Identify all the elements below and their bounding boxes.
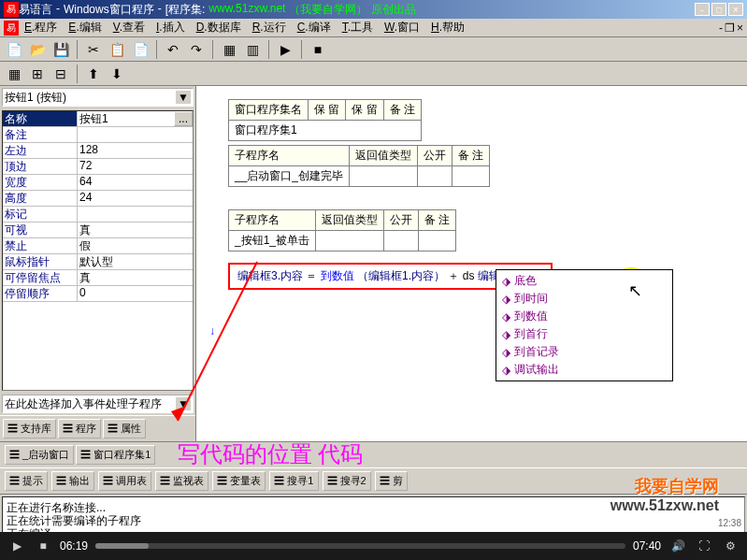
settings-icon[interactable]: ⚙ [721,537,740,555]
code-editor[interactable]: 窗口程序集名保 留保 留备 注 窗口程序集1 子程序名返回值类型公开备 注 __… [196,86,747,441]
menu-item[interactable]: E.编辑 [63,21,107,34]
annotation-text: 写代码的位置 代码 [178,439,363,469]
cut-icon[interactable]: ✂ [83,39,104,60]
annotation-arrow [164,252,276,439]
autocomplete-item[interactable]: ⬗ 到首记录 [498,343,670,361]
output-tab[interactable]: ☰ 调用表 [98,471,151,491]
svg-marker-1 [171,407,184,421]
property-row[interactable]: 宽度64 [3,175,193,191]
paste-icon[interactable]: 📄 [130,39,151,60]
menu-item[interactable]: W.窗口 [379,21,425,34]
menu-item[interactable]: D.数据库 [191,21,247,34]
column-header: 保 留 [346,100,383,121]
stop-button[interactable]: ■ [34,537,52,555]
toolbar-2: ▦ ⊞ ⊟ ⬆ ⬇ [0,62,747,86]
editor-tab[interactable]: ☰ 窗口程序集1 [76,445,155,465]
property-row[interactable]: 名称按钮1... [3,111,193,127]
table-row[interactable]: 窗口程序集1 [229,121,422,141]
save-icon[interactable]: 💾 [50,39,71,60]
copy-icon[interactable]: 📋 [107,39,127,60]
column-header: 子程序名 [229,210,316,231]
menu-item[interactable]: T.工具 [337,21,379,34]
grid3-icon[interactable]: ⊟ [50,64,71,84]
column-header: 公开 [418,146,453,166]
property-row[interactable]: 高度24 [3,191,193,207]
output-tab[interactable]: ☰ 搜寻2 [323,471,371,491]
output-tab[interactable]: ☰ 剪 [375,471,408,491]
progress-bar[interactable] [95,543,625,549]
close-button[interactable]: × [728,3,743,16]
grid2-icon[interactable]: ⊞ [27,64,48,84]
mdi-minimize[interactable]: - [719,22,723,35]
menu-item[interactable]: V.查看 [108,21,151,34]
function-icon: ⬗ [502,275,510,288]
output-tab[interactable]: ☰ 输出 [51,471,94,491]
menu-item[interactable]: C.编译 [292,21,337,34]
ellipsis-button[interactable]: ... [174,111,193,126]
property-row[interactable]: 标记 [3,207,193,223]
table-sub2: 子程序名返回值类型公开备 注 _按钮1_被单击 [228,209,456,251]
chevron-down-icon[interactable]: ▼ [176,91,191,104]
stop-icon[interactable]: ■ [308,39,328,60]
table-row[interactable]: _按钮1_被单击 [229,231,316,251]
menu-item[interactable]: R.运行 [247,21,292,34]
app-logo-icon: 易 [4,2,19,17]
autocomplete-item[interactable]: ⬗ 到首行 [498,325,670,343]
grid-icon[interactable]: ▦ [4,64,24,84]
property-row[interactable]: 可视真 [3,223,193,238]
title-win: Windows窗口程序 [64,2,154,18]
tool-icon[interactable]: ▦ [219,39,239,60]
volume-icon[interactable]: 🔊 [668,537,687,555]
minimize-button[interactable]: - [695,3,710,16]
menu-item[interactable]: E.程序 [19,21,63,34]
redo-icon[interactable]: ↷ [186,39,207,60]
table-row[interactable]: __启动窗口_创建完毕 [229,166,350,187]
tool2-icon[interactable]: ▥ [242,39,263,60]
tab-button[interactable]: ☰ 属性 [103,419,146,438]
menu-item[interactable]: I.插入 [151,21,191,34]
fullscreen-icon[interactable]: ⛶ [695,537,713,555]
output-tab[interactable]: ☰ 监视表 [155,471,208,491]
function-icon: ⬗ [502,293,510,306]
property-row[interactable]: 顶边72 [3,159,193,175]
toolbar-1: 📄 📂 💾 ✂ 📋 📄 ↶ ↷ ▦ ▥ ▶ ■ [0,37,747,62]
function-icon: ⬗ [502,328,510,341]
video-time-current: 06:19 [60,539,88,553]
tab-button[interactable]: ☰ 支持库 [3,419,56,438]
autocomplete-item[interactable]: ⬗ 调试输出 [498,361,670,379]
autocomplete-item[interactable]: ⬗ 到数值 [498,308,670,325]
property-row[interactable]: 左边128 [3,143,193,159]
autocomplete-item[interactable]: ⬗ 底色 [498,272,670,290]
menu-item[interactable]: H.帮助 [425,21,470,34]
column-header: 备 注 [453,146,490,166]
object-combo[interactable]: 按钮1 (按钮) ▼ [2,88,194,107]
tab-button[interactable]: ☰ 程序 [58,419,101,438]
output-line: 正在统计需要编译的子程序 [7,514,740,527]
mdi-restore[interactable]: ❐ [725,22,735,35]
output-tab[interactable]: ☰ 变量表 [212,471,266,491]
undo-icon[interactable]: ↶ [163,39,183,60]
column-header: 窗口程序集名 [229,100,309,121]
autocomplete-item[interactable]: ⬗ 到时间 [498,290,670,308]
output-tab[interactable]: ☰ 提示 [5,471,48,491]
run-icon[interactable]: ▶ [275,39,295,60]
property-row[interactable]: 备注 [3,127,193,143]
down-icon[interactable]: ⬇ [107,64,127,84]
autocomplete-popup[interactable]: ⬗ 底色⬗ 到时间⬗ 到数值⬗ 到首行⬗ 到首记录⬗ 调试输出 [496,269,673,381]
column-header: 备 注 [419,210,456,231]
video-time-total: 07:40 [633,539,661,553]
title-paren: （我要自学网） [289,2,367,18]
new-icon[interactable]: 📄 [4,39,24,60]
function-icon: ⬗ [502,364,510,377]
output-tab[interactable]: ☰ 搜寻1 [269,471,318,491]
editor-tab[interactable]: ☰ _启动窗口 [5,445,74,465]
title-app: 易语言 [19,2,52,18]
up-icon[interactable]: ⬆ [83,64,104,84]
open-icon[interactable]: 📂 [27,39,48,60]
menubar: 易 E.程序E.编辑V.查看I.插入D.数据库R.运行C.编译T.工具W.窗口H… [0,19,747,37]
table-programset: 窗口程序集名保 留保 留备 注 窗口程序集1 [228,99,422,141]
column-header: 返回值类型 [316,210,384,231]
mdi-close[interactable]: × [737,22,743,35]
play-button[interactable]: ▶ [7,537,26,555]
maximize-button[interactable]: □ [711,3,726,16]
